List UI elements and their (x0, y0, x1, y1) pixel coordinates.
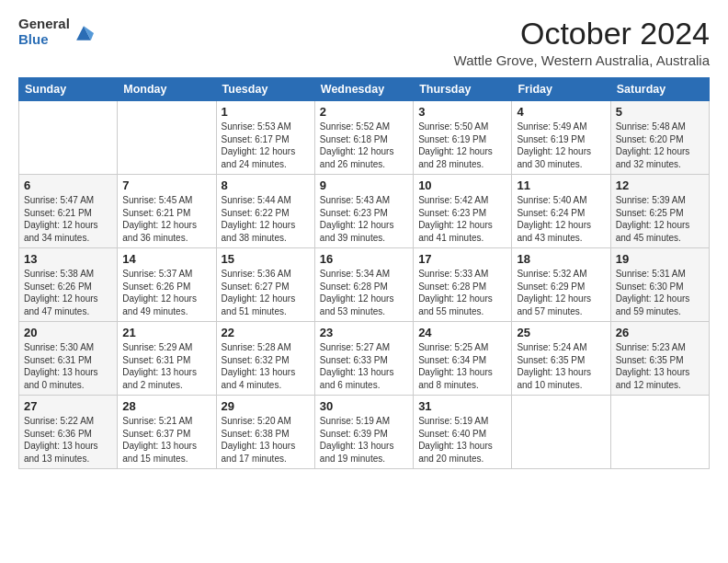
location-title: Wattle Grove, Western Australia, Austral… (454, 52, 710, 68)
header: General Blue October 2024 Wattle Grove, … (18, 17, 710, 68)
day-number: 24 (418, 326, 506, 339)
month-title: October 2024 (454, 17, 710, 51)
weekday-header-friday: Friday (512, 78, 610, 101)
cell-info: Sunrise: 5:27 AMSunset: 6:33 PMDaylight:… (320, 342, 394, 390)
day-number: 20 (24, 326, 112, 339)
cell-info: Sunrise: 5:45 AMSunset: 6:21 PMDaylight:… (122, 195, 197, 243)
calendar-cell: 29 Sunrise: 5:20 AMSunset: 6:38 PMDaylig… (216, 396, 314, 469)
calendar-cell: 2 Sunrise: 5:52 AMSunset: 6:18 PMDayligh… (314, 101, 413, 175)
calendar-cell: 8 Sunrise: 5:44 AMSunset: 6:22 PMDayligh… (216, 175, 314, 248)
day-number: 11 (517, 178, 605, 192)
cell-info: Sunrise: 5:22 AMSunset: 6:36 PMDaylight:… (24, 416, 98, 464)
logo: General Blue (18, 17, 94, 47)
logo-blue: Blue (18, 32, 70, 48)
calendar-cell (19, 101, 118, 175)
calendar-cell: 21 Sunrise: 5:29 AMSunset: 6:31 PMDaylig… (118, 322, 216, 396)
calendar-cell (118, 101, 216, 175)
cell-info: Sunrise: 5:19 AMSunset: 6:39 PMDaylight:… (320, 416, 394, 464)
weekday-header-thursday: Thursday (414, 78, 512, 101)
calendar-week-3: 13 Sunrise: 5:38 AMSunset: 6:26 PMDaylig… (19, 248, 710, 322)
cell-info: Sunrise: 5:48 AMSunset: 6:20 PMDaylight:… (616, 121, 690, 169)
day-number: 26 (616, 326, 704, 339)
day-number: 6 (24, 178, 112, 192)
title-block: October 2024 Wattle Grove, Western Austr… (454, 17, 710, 68)
day-number: 29 (222, 399, 310, 413)
day-number: 12 (616, 178, 704, 192)
cell-info: Sunrise: 5:19 AMSunset: 6:40 PMDaylight:… (418, 416, 493, 464)
calendar-cell: 3 Sunrise: 5:50 AMSunset: 6:19 PMDayligh… (414, 101, 512, 175)
calendar-cell (512, 396, 610, 469)
weekday-header-tuesday: Tuesday (216, 78, 314, 101)
calendar-cell: 28 Sunrise: 5:21 AMSunset: 6:37 PMDaylig… (118, 396, 216, 469)
calendar-cell: 1 Sunrise: 5:53 AMSunset: 6:17 PMDayligh… (216, 101, 314, 175)
cell-info: Sunrise: 5:28 AMSunset: 6:32 PMDaylight:… (222, 342, 296, 390)
page: General Blue October 2024 Wattle Grove, … (0, 0, 728, 563)
cell-info: Sunrise: 5:36 AMSunset: 6:27 PMDaylight:… (222, 269, 296, 316)
day-number: 22 (222, 326, 310, 339)
cell-info: Sunrise: 5:50 AMSunset: 6:19 PMDaylight:… (418, 121, 493, 169)
day-number: 7 (122, 178, 210, 192)
calendar-cell: 15 Sunrise: 5:36 AMSunset: 6:27 PMDaylig… (216, 248, 314, 322)
weekday-header-saturday: Saturday (610, 78, 709, 101)
day-number: 25 (517, 326, 605, 339)
calendar-cell: 30 Sunrise: 5:19 AMSunset: 6:39 PMDaylig… (314, 396, 413, 469)
logo-text: General Blue (18, 17, 70, 47)
cell-info: Sunrise: 5:25 AMSunset: 6:34 PMDaylight:… (418, 342, 493, 390)
calendar-cell: 19 Sunrise: 5:31 AMSunset: 6:30 PMDaylig… (610, 248, 709, 322)
calendar-cell: 18 Sunrise: 5:32 AMSunset: 6:29 PMDaylig… (512, 248, 610, 322)
day-number: 4 (517, 105, 605, 119)
cell-info: Sunrise: 5:33 AMSunset: 6:28 PMDaylight:… (418, 269, 493, 316)
cell-info: Sunrise: 5:34 AMSunset: 6:28 PMDaylight:… (320, 269, 394, 316)
calendar-cell: 12 Sunrise: 5:39 AMSunset: 6:25 PMDaylig… (610, 175, 709, 248)
logo-general: General (18, 17, 70, 32)
calendar-cell: 16 Sunrise: 5:34 AMSunset: 6:28 PMDaylig… (314, 248, 413, 322)
calendar-cell: 20 Sunrise: 5:30 AMSunset: 6:31 PMDaylig… (19, 322, 118, 396)
day-number: 30 (320, 399, 408, 413)
calendar-body: 1 Sunrise: 5:53 AMSunset: 6:17 PMDayligh… (19, 101, 710, 469)
cell-info: Sunrise: 5:32 AMSunset: 6:29 PMDaylight:… (517, 269, 591, 316)
calendar-cell: 10 Sunrise: 5:42 AMSunset: 6:23 PMDaylig… (414, 175, 512, 248)
calendar-week-2: 6 Sunrise: 5:47 AMSunset: 6:21 PMDayligh… (19, 175, 710, 248)
cell-info: Sunrise: 5:49 AMSunset: 6:19 PMDaylight:… (517, 121, 591, 169)
calendar-cell: 9 Sunrise: 5:43 AMSunset: 6:23 PMDayligh… (314, 175, 413, 248)
cell-info: Sunrise: 5:42 AMSunset: 6:23 PMDaylight:… (418, 195, 493, 243)
calendar-week-5: 27 Sunrise: 5:22 AMSunset: 6:36 PMDaylig… (19, 396, 710, 469)
calendar-cell: 13 Sunrise: 5:38 AMSunset: 6:26 PMDaylig… (19, 248, 118, 322)
day-number: 10 (418, 178, 506, 192)
cell-info: Sunrise: 5:29 AMSunset: 6:31 PMDaylight:… (122, 342, 197, 390)
day-number: 18 (517, 252, 605, 266)
calendar-cell: 24 Sunrise: 5:25 AMSunset: 6:34 PMDaylig… (414, 322, 512, 396)
day-number: 31 (418, 399, 506, 413)
day-number: 23 (320, 326, 408, 339)
day-number: 13 (24, 252, 112, 266)
calendar-cell: 7 Sunrise: 5:45 AMSunset: 6:21 PMDayligh… (118, 175, 216, 248)
cell-info: Sunrise: 5:31 AMSunset: 6:30 PMDaylight:… (616, 269, 690, 316)
cell-info: Sunrise: 5:23 AMSunset: 6:35 PMDaylight:… (616, 342, 690, 390)
day-number: 14 (122, 252, 210, 266)
cell-info: Sunrise: 5:44 AMSunset: 6:22 PMDaylight:… (222, 195, 296, 243)
calendar-cell: 6 Sunrise: 5:47 AMSunset: 6:21 PMDayligh… (19, 175, 118, 248)
weekday-header-monday: Monday (118, 78, 216, 101)
cell-info: Sunrise: 5:52 AMSunset: 6:18 PMDaylight:… (320, 121, 394, 169)
calendar-cell: 25 Sunrise: 5:24 AMSunset: 6:35 PMDaylig… (512, 322, 610, 396)
day-number: 19 (616, 252, 704, 266)
cell-info: Sunrise: 5:38 AMSunset: 6:26 PMDaylight:… (24, 269, 98, 316)
day-number: 1 (222, 105, 310, 119)
cell-info: Sunrise: 5:24 AMSunset: 6:35 PMDaylight:… (517, 342, 591, 390)
day-number: 27 (24, 399, 112, 413)
calendar-cell: 5 Sunrise: 5:48 AMSunset: 6:20 PMDayligh… (610, 101, 709, 175)
calendar-cell: 23 Sunrise: 5:27 AMSunset: 6:33 PMDaylig… (314, 322, 413, 396)
calendar-cell: 4 Sunrise: 5:49 AMSunset: 6:19 PMDayligh… (512, 101, 610, 175)
calendar-cell (610, 396, 709, 469)
calendar-cell: 14 Sunrise: 5:37 AMSunset: 6:26 PMDaylig… (118, 248, 216, 322)
calendar-week-1: 1 Sunrise: 5:53 AMSunset: 6:17 PMDayligh… (19, 101, 710, 175)
cell-info: Sunrise: 5:37 AMSunset: 6:26 PMDaylight:… (122, 269, 197, 316)
calendar-cell: 31 Sunrise: 5:19 AMSunset: 6:40 PMDaylig… (414, 396, 512, 469)
cell-info: Sunrise: 5:47 AMSunset: 6:21 PMDaylight:… (24, 195, 98, 243)
day-number: 2 (320, 105, 408, 119)
cell-info: Sunrise: 5:43 AMSunset: 6:23 PMDaylight:… (320, 195, 394, 243)
calendar-week-4: 20 Sunrise: 5:30 AMSunset: 6:31 PMDaylig… (19, 322, 710, 396)
day-number: 5 (616, 105, 704, 119)
cell-info: Sunrise: 5:39 AMSunset: 6:25 PMDaylight:… (616, 195, 690, 243)
cell-info: Sunrise: 5:30 AMSunset: 6:31 PMDaylight:… (24, 342, 98, 390)
